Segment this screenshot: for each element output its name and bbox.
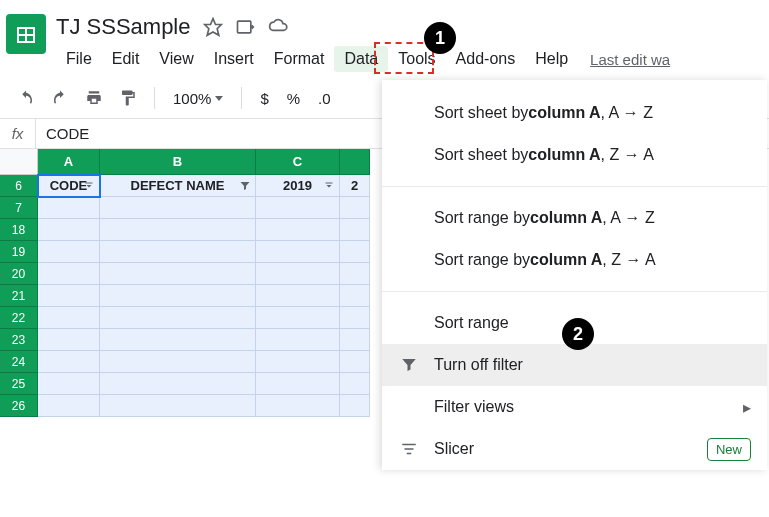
menu-sort-range-az[interactable]: Sort range by column A, A → Z xyxy=(382,197,767,239)
cell[interactable] xyxy=(100,197,256,219)
cell[interactable] xyxy=(256,197,340,219)
filter-icon[interactable] xyxy=(239,180,251,192)
col-header-A[interactable]: A xyxy=(38,149,100,175)
zoom-value: 100% xyxy=(173,90,211,107)
cell[interactable] xyxy=(100,263,256,285)
cell[interactable] xyxy=(38,241,100,263)
cell-D6[interactable]: 2 xyxy=(340,175,370,197)
cell[interactable] xyxy=(100,285,256,307)
menu-slicer[interactable]: Slicer New xyxy=(382,428,767,470)
cell[interactable] xyxy=(340,329,370,351)
cell[interactable] xyxy=(38,373,100,395)
sheets-logo[interactable] xyxy=(6,14,46,54)
cell[interactable] xyxy=(256,329,340,351)
cell[interactable] xyxy=(340,395,370,417)
select-all-corner[interactable] xyxy=(0,149,38,175)
cell[interactable] xyxy=(100,329,256,351)
print-button[interactable] xyxy=(80,84,108,112)
col-header-B[interactable]: B xyxy=(100,149,256,175)
last-edit-link[interactable]: Last edit wa xyxy=(590,51,670,68)
cell-C6[interactable]: 2019 xyxy=(256,175,340,197)
menu-sort-range[interactable]: Sort range xyxy=(382,302,767,344)
cell[interactable] xyxy=(256,373,340,395)
col-header-C[interactable]: C xyxy=(256,149,340,175)
cell[interactable] xyxy=(100,351,256,373)
menu-view[interactable]: View xyxy=(149,46,203,72)
row-header[interactable]: 19 xyxy=(0,241,38,263)
cell[interactable] xyxy=(256,219,340,241)
percent-button[interactable]: % xyxy=(281,90,306,107)
cell[interactable] xyxy=(100,219,256,241)
move-icon[interactable] xyxy=(235,17,255,37)
row-header[interactable]: 18 xyxy=(0,219,38,241)
menu-text: Sort range by xyxy=(434,251,530,269)
cell[interactable] xyxy=(38,329,100,351)
cell[interactable] xyxy=(340,219,370,241)
cell[interactable] xyxy=(100,395,256,417)
menu-sort-range-za[interactable]: Sort range by column A, Z → A xyxy=(382,239,767,281)
cell[interactable] xyxy=(38,351,100,373)
cell[interactable] xyxy=(38,219,100,241)
menu-turn-off-filter[interactable]: Turn off filter xyxy=(382,344,767,386)
cell-A6[interactable]: CODE xyxy=(38,175,100,197)
cell[interactable] xyxy=(256,351,340,373)
menu-format[interactable]: Format xyxy=(264,46,335,72)
formula-input[interactable]: CODE xyxy=(36,125,89,142)
decimal-button[interactable]: .0 xyxy=(312,90,337,107)
row-header[interactable]: 21 xyxy=(0,285,38,307)
cell[interactable] xyxy=(340,373,370,395)
row-header[interactable]: 20 xyxy=(0,263,38,285)
menu-data[interactable]: Data xyxy=(334,46,388,72)
cell[interactable] xyxy=(38,395,100,417)
svg-rect-5 xyxy=(237,21,250,33)
zoom-selector[interactable]: 100% xyxy=(167,90,229,107)
cell[interactable] xyxy=(256,285,340,307)
row-header[interactable]: 26 xyxy=(0,395,38,417)
cell[interactable] xyxy=(340,351,370,373)
cell[interactable] xyxy=(340,307,370,329)
menu-edit[interactable]: Edit xyxy=(102,46,150,72)
cell[interactable] xyxy=(256,307,340,329)
cell[interactable] xyxy=(256,395,340,417)
cloud-icon[interactable] xyxy=(267,17,289,37)
cell[interactable] xyxy=(340,241,370,263)
redo-button[interactable] xyxy=(46,84,74,112)
menu-insert[interactable]: Insert xyxy=(204,46,264,72)
menu-text: Sort sheet by xyxy=(434,104,528,122)
paint-format-button[interactable] xyxy=(114,84,142,112)
row-header[interactable]: 24 xyxy=(0,351,38,373)
row-header[interactable]: 25 xyxy=(0,373,38,395)
cell[interactable] xyxy=(38,197,100,219)
cell[interactable] xyxy=(340,197,370,219)
menu-sort-sheet-za[interactable]: Sort sheet by column A, Z → A xyxy=(382,134,767,176)
menu-file[interactable]: File xyxy=(56,46,102,72)
row-header[interactable]: 22 xyxy=(0,307,38,329)
menu-tools[interactable]: Tools xyxy=(388,46,445,72)
filter-icon[interactable] xyxy=(323,180,335,192)
menu-sort-sheet-az[interactable]: Sort sheet by column A, A → Z xyxy=(382,92,767,134)
cell[interactable] xyxy=(100,241,256,263)
doc-title[interactable]: TJ SSSample xyxy=(56,14,191,40)
row-header[interactable]: 7 xyxy=(0,197,38,219)
menu-addons[interactable]: Add-ons xyxy=(446,46,526,72)
row-header[interactable]: 6 xyxy=(0,175,38,197)
cell[interactable] xyxy=(38,263,100,285)
cell[interactable] xyxy=(38,285,100,307)
menu-filter-views[interactable]: Filter views ▸ xyxy=(382,386,767,428)
fx-icon[interactable]: fx xyxy=(0,119,36,148)
menu-help[interactable]: Help xyxy=(525,46,578,72)
filter-icon[interactable] xyxy=(83,180,95,192)
row-header[interactable]: 23 xyxy=(0,329,38,351)
star-icon[interactable] xyxy=(203,17,223,37)
cell[interactable] xyxy=(38,307,100,329)
cell[interactable] xyxy=(256,263,340,285)
cell[interactable] xyxy=(100,307,256,329)
currency-button[interactable]: $ xyxy=(254,90,274,107)
cell[interactable] xyxy=(256,241,340,263)
cell-B6[interactable]: DEFECT NAME xyxy=(100,175,256,197)
col-header-D[interactable] xyxy=(340,149,370,175)
undo-button[interactable] xyxy=(12,84,40,112)
cell[interactable] xyxy=(100,373,256,395)
cell[interactable] xyxy=(340,263,370,285)
cell[interactable] xyxy=(340,285,370,307)
